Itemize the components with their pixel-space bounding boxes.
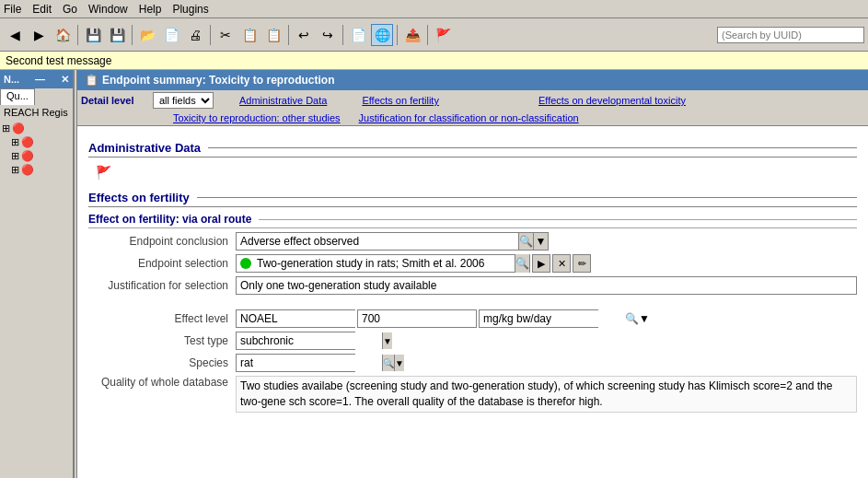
effect-level-value: NOAEL 🔍 ▼ 700 mg/kg bw/day 🔍 ▼ [236, 309, 857, 328]
nav-link-fertility[interactable]: Effects on fertility [362, 95, 439, 106]
quality-text: Two studies availabe (screening study an… [236, 376, 857, 413]
save-all-button[interactable]: 💾 [106, 24, 128, 46]
justification-text[interactable]: Only one two-generation study available [236, 276, 857, 295]
nav-link-developmental[interactable]: Effects on developmental toxicity [538, 95, 686, 106]
menu-bar: File Edit Go Window Help Plugins [0, 0, 868, 18]
sidebar-minimize[interactable]: — [35, 74, 45, 85]
test-type-input[interactable]: subchronic [237, 332, 382, 349]
effect-level-unit-field: mg/kg bw/day 🔍 ▼ [479, 309, 598, 328]
tree-item-3[interactable]: ⊞ 🔴 [11, 149, 71, 163]
notification-bar: Second test message [0, 52, 868, 70]
species-input[interactable]: rat [237, 355, 382, 371]
endpoint-edit-btn[interactable]: ✏ [573, 254, 591, 273]
expand-icon-1: ⊞ [2, 122, 10, 134]
expand-icon-3: ⊞ [11, 150, 19, 162]
test-type-drop-btn[interactable]: ▼ [382, 332, 392, 349]
open-button[interactable]: 📂 [136, 24, 158, 46]
endpoint-selection-value: Two-generation study in rats; Smith et a… [236, 254, 857, 273]
species-drop-btn[interactable]: ▼ [394, 355, 404, 371]
flag-button[interactable]: 🚩 [432, 24, 454, 46]
menu-help[interactable]: Help [139, 3, 162, 16]
effect-level-row: Effect level NOAEL 🔍 ▼ 700 mg/kg bw/day … [88, 309, 857, 328]
unit-drop-btn[interactable]: ▼ [639, 312, 650, 325]
cut-button[interactable]: ✂ [214, 24, 237, 46]
endpoint-conclusion-drop-btn[interactable]: ▼ [534, 232, 549, 251]
menu-file[interactable]: File [4, 3, 21, 16]
sidebar-header: N... — ✕ [0, 70, 73, 88]
menu-edit[interactable]: Edit [32, 3, 52, 16]
export-button[interactable]: 📤 [401, 24, 423, 46]
sidebar-tabs: Qu... [0, 88, 73, 105]
endpoint-selection-search-btn[interactable]: 🔍 [515, 254, 529, 273]
record-icon-1: 🔴 [12, 122, 25, 134]
endpoint-conclusion-text: Adverse effect observed [236, 232, 519, 251]
justification-label: Justification for selection [88, 279, 236, 292]
tab-icon: 📋 [85, 74, 98, 87]
detail-select[interactable]: all fields [153, 92, 214, 109]
uuid-search[interactable] [717, 27, 864, 43]
nav-link-other[interactable]: Toxicity to reproduction: other studies [173, 112, 341, 123]
doc-button[interactable]: 📄 [347, 24, 369, 46]
endpoint-selection-row: Endpoint selection Two-generation study … [88, 254, 857, 273]
main-layout: N... — ✕ Qu... REACH Regis ⊞ 🔴 ⊞ 🔴 ⊞ 🔴 ⊞ [0, 70, 868, 478]
effect-level-number-field[interactable]: 700 [357, 309, 477, 328]
sidebar-tree[interactable]: ⊞ 🔴 ⊞ 🔴 ⊞ 🔴 ⊞ 🔴 [0, 120, 73, 478]
home-button[interactable]: 🏠 [52, 24, 74, 46]
nav-link-justification[interactable]: Justification for classification or non-… [359, 112, 579, 123]
redo-button[interactable]: ↪ [317, 24, 339, 46]
endpoint-selection-main: Two-generation study in rats; Smith et a… [236, 254, 530, 273]
species-field: rat 🔍 ▼ [236, 354, 355, 372]
back-button[interactable]: ◀ [4, 24, 26, 46]
tab-header: 📋 Endpoint summary: Toxicity to reproduc… [77, 70, 868, 90]
admin-data-content: 🚩 [88, 161, 857, 183]
page-content: Administrative Data 🚩 Effects on fertili… [77, 126, 868, 478]
network-button[interactable]: 🌐 [371, 24, 393, 46]
test-type-label: Test type [88, 334, 236, 347]
fertility-header: Effects on fertility [88, 191, 857, 207]
flag-icon: 🚩 [96, 165, 111, 180]
tree-item-2[interactable]: ⊞ 🔴 [11, 135, 71, 149]
nav-link-admin[interactable]: Administrative Data [239, 95, 327, 106]
endpoint-conclusion-field: Adverse effect observed 🔍 ▼ [236, 232, 549, 251]
oral-route-header: Effect on fertility: via oral route [88, 213, 857, 228]
sidebar-title: N... [4, 74, 19, 85]
print-button[interactable]: 🖨 [184, 24, 206, 46]
species-search-btn[interactable]: 🔍 [382, 355, 394, 371]
copy-button[interactable]: 📋 [238, 24, 260, 46]
tree-item-4[interactable]: ⊞ 🔴 [11, 163, 71, 177]
test-type-value: subchronic ▼ [236, 332, 857, 350]
quality-row: Quality of whole database Two studies av… [88, 376, 857, 413]
menu-window[interactable]: Window [88, 3, 128, 16]
forward-button[interactable]: ▶ [28, 24, 50, 46]
nav-tabs: Detail level all fields Administrative D… [77, 90, 868, 126]
endpoint-next-btn[interactable]: ▶ [532, 254, 550, 273]
endpoint-conclusion-label: Endpoint conclusion [88, 235, 236, 248]
effect-level-type-field: NOAEL 🔍 ▼ [236, 309, 355, 328]
effect-level-fields: NOAEL 🔍 ▼ 700 mg/kg bw/day 🔍 ▼ [236, 309, 598, 328]
effect-level-unit-input[interactable]: mg/kg bw/day [480, 310, 625, 327]
quality-value: Two studies availabe (screening study an… [236, 376, 857, 413]
justification-row: Justification for selection Only one two… [88, 276, 857, 295]
species-value: rat 🔍 ▼ [236, 354, 857, 372]
endpoint-selection-text: Two-generation study in rats; Smith et a… [255, 255, 515, 272]
record-icon-2: 🔴 [21, 136, 34, 148]
sidebar-tab-qu[interactable]: Qu... [0, 88, 35, 105]
paste-button[interactable]: 📋 [262, 24, 284, 46]
menu-go[interactable]: Go [63, 3, 77, 16]
test-type-field: subchronic ▼ [236, 332, 355, 350]
endpoint-conclusion-value: Adverse effect observed 🔍 ▼ [236, 232, 857, 251]
justification-value: Only one two-generation study available [236, 276, 857, 295]
endpoint-conclusion-search-btn[interactable]: 🔍 [519, 232, 534, 251]
save-button[interactable]: 💾 [82, 24, 104, 46]
nav-row-2: Toxicity to reproduction: other studies … [81, 111, 864, 125]
detail-dropdown: all fields [153, 92, 214, 109]
undo-button[interactable]: ↩ [293, 24, 315, 46]
endpoint-selection-field: Two-generation study in rats; Smith et a… [236, 254, 591, 273]
menu-plugins[interactable]: Plugins [172, 3, 208, 16]
endpoint-delete-btn[interactable]: ✕ [552, 254, 571, 273]
notification-message: Second test message [6, 54, 111, 67]
sidebar-close[interactable]: ✕ [61, 74, 69, 86]
unit-search-btn[interactable]: 🔍 [625, 312, 639, 325]
close-button[interactable]: 📄 [160, 24, 182, 46]
tree-item-1[interactable]: ⊞ 🔴 [2, 122, 71, 135]
